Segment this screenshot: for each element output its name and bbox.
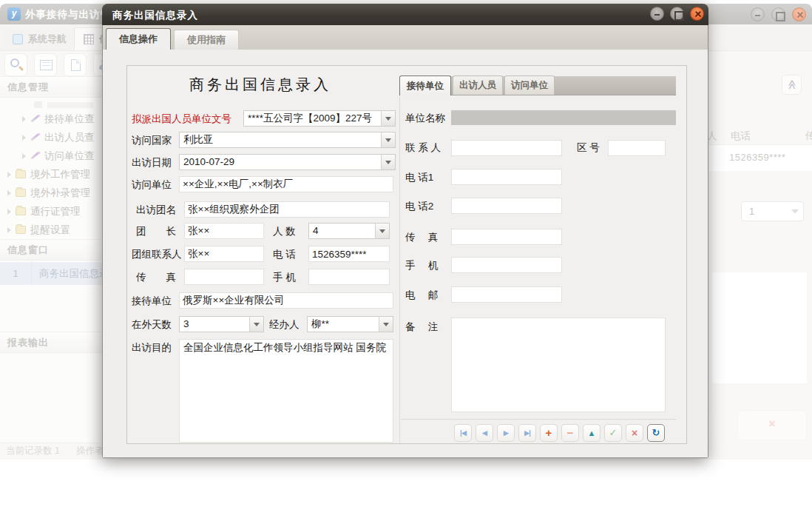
remark-label: 备 注 <box>405 320 438 334</box>
sp-contact-label: 联 系 人 <box>405 141 441 155</box>
chevron-down-icon[interactable] <box>249 317 263 332</box>
visit-unit-input[interactable] <box>179 176 393 192</box>
country-value: 利比亚 <box>180 132 381 147</box>
headcount-label: 人 数 <box>273 225 296 238</box>
country-select[interactable]: 利比亚 <box>179 132 396 148</box>
days-abroad-value: 3 <box>180 317 249 332</box>
remark-textarea[interactable] <box>451 318 666 412</box>
fax-label: 传 真 <box>136 271 176 284</box>
dialog-maximize-button[interactable] <box>670 7 684 21</box>
group-name-input[interactable] <box>184 201 390 218</box>
group-contact-label: 团组联系人 <box>132 248 182 261</box>
fax-input[interactable] <box>184 269 264 285</box>
sp-fax-label: 传 真 <box>405 231 438 244</box>
host-unit-label: 接待单位 <box>132 295 172 308</box>
chevron-down-icon[interactable] <box>381 132 395 147</box>
subpanel-tabbar: 接待单位 出访人员 访问单位 <box>399 76 676 95</box>
phone2-input[interactable] <box>451 198 562 214</box>
tab-info-operation[interactable]: 信息操作 <box>106 28 171 50</box>
subtab-reception-unit[interactable]: 接待单位 <box>399 75 451 95</box>
subtab-visit-unit[interactable]: 访问单位 <box>504 75 555 95</box>
phone1-label: 电 话1 <box>405 171 433 184</box>
headcount-select[interactable]: 4 <box>308 223 390 239</box>
nav-prev-button[interactable]: ◀ <box>476 424 493 442</box>
date-label: 出访日期 <box>132 156 172 169</box>
handler-value: 柳** <box>308 317 379 332</box>
leader-label: 团 长 <box>136 225 176 238</box>
doc-no-value: ****五公司字【2009】227号 <box>244 111 381 126</box>
refresh-button[interactable]: ↻ <box>647 424 665 442</box>
phone-label: 电 话 <box>273 248 296 261</box>
unit-name-field-readonly <box>451 110 676 125</box>
phone1-input[interactable] <box>451 169 562 185</box>
nav-first-button[interactable]: |◀ <box>454 424 472 442</box>
edit-record-button[interactable]: ▲ <box>583 424 600 442</box>
purpose-textarea[interactable]: 全国企业信息化工作领导小组指导网站 国务院 <box>179 339 393 443</box>
form-heading: 商务出国信息录入 <box>149 75 371 95</box>
email-input[interactable] <box>451 286 562 303</box>
subpanel-divider <box>399 96 400 443</box>
dialog-close-button[interactable] <box>690 7 704 21</box>
date-value: 2010-07-29 <box>180 155 381 169</box>
mobile-input[interactable] <box>308 269 390 285</box>
leader-input[interactable] <box>184 223 264 239</box>
dialog-titlebar[interactable]: 商务出国信息录入 <box>102 4 708 25</box>
nav-divider <box>401 419 676 420</box>
chevron-down-icon[interactable] <box>375 224 389 238</box>
phone2-label: 电 话2 <box>405 200 433 213</box>
cancel-button[interactable]: × <box>626 424 643 442</box>
dialog-title: 商务出国信息录入 <box>112 9 198 22</box>
nav-next-button[interactable]: ▶ <box>497 424 515 442</box>
country-label: 访问国家 <box>132 134 172 147</box>
headcount-value: 4 <box>309 224 375 238</box>
delete-record-button[interactable]: − <box>561 424 579 442</box>
nav-last-button[interactable]: ▶| <box>518 424 536 442</box>
purpose-label: 出访目的 <box>132 341 172 355</box>
entry-form-panel: 商务出国信息录入 拟派出国人员单位文号 ****五公司字【2009】227号 访… <box>126 65 687 444</box>
handler-select[interactable]: 柳** <box>307 316 393 332</box>
date-select[interactable]: 2010-07-29 <box>179 154 396 170</box>
sp-fax-input[interactable] <box>451 229 562 245</box>
subtab-visitors[interactable]: 出访人员 <box>453 75 503 95</box>
chevron-down-icon[interactable] <box>381 155 395 169</box>
doc-no-select[interactable]: ****五公司字【2009】227号 <box>243 110 396 127</box>
phone-input[interactable] <box>308 246 390 262</box>
sp-mobile-label: 手 机 <box>405 259 438 272</box>
group-name-label: 出访团名 <box>136 204 176 217</box>
mobile-label: 手 机 <box>273 271 296 284</box>
dialog-tabbar: 信息操作 使用指南 <box>103 25 708 50</box>
unit-name-label: 单位名称 <box>405 112 445 125</box>
days-abroad-select[interactable]: 3 <box>179 316 264 332</box>
area-code-input[interactable] <box>608 140 666 156</box>
tab-user-guide[interactable]: 使用指南 <box>174 30 239 50</box>
confirm-button[interactable]: ✓ <box>604 424 622 442</box>
dialog-body: 商务出国信息录入 拟派出国人员单位文号 ****五公司字【2009】227号 访… <box>103 50 708 457</box>
group-contact-input[interactable] <box>184 246 264 262</box>
days-abroad-label: 在外天数 <box>132 318 172 332</box>
host-unit-input[interactable] <box>179 292 393 309</box>
email-label: 电 邮 <box>405 289 438 302</box>
sp-mobile-input[interactable] <box>451 257 562 273</box>
chevron-down-icon[interactable] <box>381 111 395 126</box>
sp-contact-input[interactable] <box>451 140 562 156</box>
business-abroad-entry-dialog: 商务出国信息录入 信息操作 使用指南 商务出国信息录入 拟派出国人员单位文号 *… <box>102 4 708 458</box>
chevron-down-icon[interactable] <box>379 317 393 332</box>
area-code-label: 区 号 <box>577 141 600 155</box>
visit-unit-label: 访问单位 <box>132 178 172 192</box>
dialog-minimize-button[interactable] <box>650 7 664 21</box>
handler-label: 经办人 <box>269 318 300 332</box>
doc-no-label: 拟派出国人员单位文号 <box>132 113 231 126</box>
add-record-button[interactable]: + <box>540 424 558 442</box>
